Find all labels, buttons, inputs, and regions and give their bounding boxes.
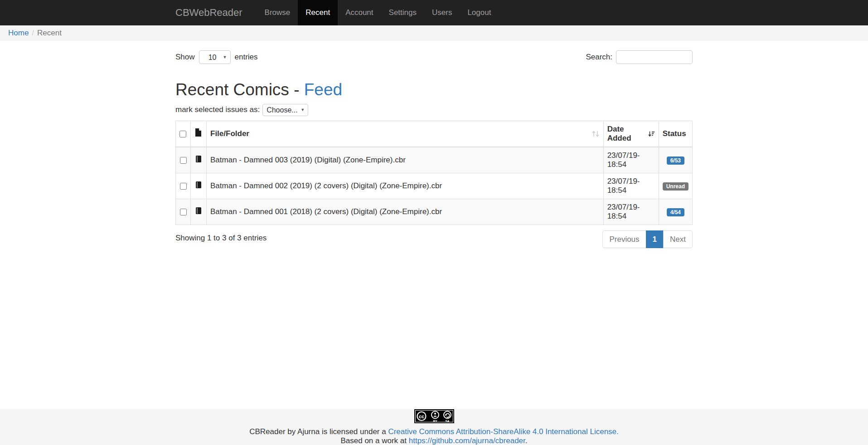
file-name[interactable]: Batman - Damned 003 (2019) (Digital) (Zo…: [210, 156, 406, 164]
row-type-cell: [191, 173, 207, 199]
status-header-label: Status: [663, 129, 686, 138]
nav-item-browse[interactable]: Browse: [257, 0, 298, 25]
license-text: CBReader by Ajurna is licensed under a: [249, 427, 388, 436]
sa-label: SA: [445, 420, 449, 423]
status-badge: 4/54: [667, 208, 684, 216]
file-folder-header-label: File/Folder: [210, 129, 249, 138]
row-select-cell: [176, 147, 191, 173]
show-label: Show: [175, 53, 195, 62]
breadcrumb-home-link[interactable]: Home: [8, 29, 29, 37]
date-added-cell: 23/07/19-18:54: [603, 199, 659, 225]
github-link[interactable]: https://github.com/ajurna/cbreader: [409, 436, 525, 445]
row-type-cell: [191, 147, 207, 173]
footer: cc BY SA CBReader by Ajurna is licensed …: [0, 409, 868, 445]
book-icon: [195, 181, 202, 189]
table-info: Showing 1 to 3 of 3 entries: [175, 230, 267, 243]
nav-item-account[interactable]: Account: [338, 0, 381, 25]
file-icon: [194, 128, 202, 137]
recent-comics-table: File/Folder Date Added: [175, 121, 693, 225]
row-select-cell: [176, 199, 191, 225]
sort-icon: [592, 130, 600, 137]
row-checkbox[interactable]: [180, 157, 187, 164]
pagination-page-1-button[interactable]: 1: [646, 230, 664, 249]
book-icon: [195, 207, 202, 215]
file-name-cell[interactable]: Batman - Damned 002 (2019) (2 covers) (D…: [207, 173, 604, 199]
breadcrumb-current: Recent: [37, 29, 62, 37]
entries-label: entries: [235, 53, 258, 62]
file-name-cell[interactable]: Batman - Damned 003 (2019) (Digital) (Zo…: [207, 147, 604, 173]
table-controls: Show 10 ▼ entries Search:: [175, 50, 693, 64]
cc-by-sa-license-badge[interactable]: cc BY SA: [414, 409, 454, 425]
nav-item-logout[interactable]: Logout: [460, 0, 499, 25]
page-size-select[interactable]: 10: [199, 50, 231, 64]
search-input[interactable]: [616, 50, 693, 64]
select-all-cell: [176, 121, 191, 147]
file-name[interactable]: Batman - Damned 001 (2018) (2 covers) (D…: [210, 207, 442, 216]
column-header-status: Status: [659, 121, 692, 147]
status-cell: 6/53: [659, 147, 692, 173]
file-name[interactable]: Batman - Damned 002 (2019) (2 covers) (D…: [210, 181, 442, 190]
license-line: CBReader by Ajurna is licensed under a C…: [0, 427, 868, 436]
column-header-file-folder[interactable]: File/Folder: [207, 121, 604, 147]
search-label: Search:: [586, 53, 612, 62]
page-length-control: Show 10 ▼ entries: [175, 50, 258, 64]
row-checkbox[interactable]: [180, 183, 187, 190]
file-type-header-cell: [191, 121, 207, 147]
mark-selected-control: mark selected issues as: Choose... ▼: [175, 104, 693, 116]
file-name-cell[interactable]: Batman - Damned 001 (2018) (2 covers) (D…: [207, 199, 604, 225]
column-header-date-added[interactable]: Date Added: [603, 121, 659, 147]
nav-item-users[interactable]: Users: [424, 0, 460, 25]
date-added-cell: 23/07/19-18:54: [603, 147, 659, 173]
status-badge: Unread: [663, 182, 689, 191]
source-text: Based on a work at: [340, 436, 408, 445]
row-type-cell: [191, 199, 207, 225]
pagination: Previous 1 Next: [602, 230, 693, 249]
feed-link[interactable]: Feed: [304, 80, 342, 99]
source-line: Based on a work at https://github.com/aj…: [0, 436, 868, 445]
search-control: Search:: [586, 50, 693, 64]
nav-item-settings[interactable]: Settings: [381, 0, 424, 25]
cc-icon: cc: [418, 414, 424, 419]
select-all-checkbox[interactable]: [179, 131, 186, 137]
person-icon: [434, 413, 436, 415]
main-content: Show 10 ▼ entries Search: Recent Comics …: [175, 41, 693, 409]
table-header-row: File/Folder Date Added: [176, 121, 693, 147]
table-footer-controls: Showing 1 to 3 of 3 entries Previous 1 N…: [175, 230, 693, 249]
license-link[interactable]: Creative Commons Attribution-ShareAlike …: [388, 427, 618, 436]
mark-selected-label: mark selected issues as:: [175, 105, 260, 114]
date-added-header-label: Date Added: [607, 125, 645, 143]
date-added-cell: 23/07/19-18:54: [603, 173, 659, 199]
nav-item-recent[interactable]: Recent: [298, 0, 338, 25]
table-row: Batman - Damned 002 (2019) (2 covers) (D…: [176, 173, 693, 199]
brand-link[interactable]: CBWebReader: [175, 0, 251, 25]
status-cell: 4/54: [659, 199, 692, 225]
book-icon: [195, 155, 202, 163]
pagination-next-button[interactable]: Next: [663, 230, 693, 249]
table-row: Batman - Damned 001 (2018) (2 covers) (D…: [176, 199, 693, 225]
nav-items: Browse Recent Account Settings Users Log…: [257, 0, 499, 25]
status-cell: Unread: [659, 173, 692, 199]
by-label: BY: [433, 420, 437, 423]
pagination-previous-button[interactable]: Previous: [602, 230, 646, 249]
status-badge: 6/53: [667, 156, 684, 165]
breadcrumb: Home/Recent: [0, 25, 868, 41]
navbar: CBWebReader Browse Recent Account Settin…: [0, 0, 868, 25]
breadcrumb-separator: /: [29, 29, 37, 37]
sort-desc-icon: [648, 130, 655, 137]
row-checkbox[interactable]: [180, 209, 187, 215]
row-select-cell: [176, 173, 191, 199]
page-title: Recent Comics - Feed: [175, 81, 693, 99]
source-text-suffix: .: [525, 436, 528, 445]
mark-selected-select[interactable]: Choose...: [262, 104, 308, 116]
page-title-text: Recent Comics -: [175, 80, 304, 99]
table-row: Batman - Damned 003 (2019) (Digital) (Zo…: [176, 147, 693, 173]
